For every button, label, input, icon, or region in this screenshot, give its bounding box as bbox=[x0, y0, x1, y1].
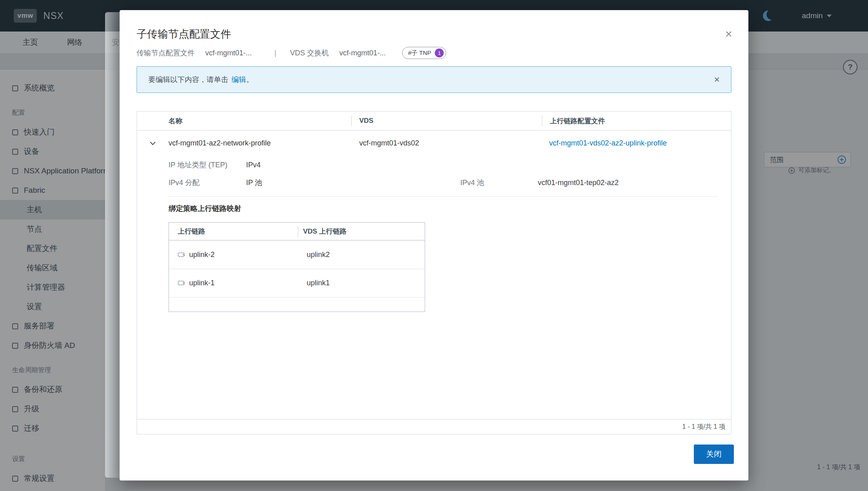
edit-link[interactable]: 编辑 bbox=[232, 75, 246, 84]
chevron-down-icon bbox=[150, 141, 156, 145]
uplink-nic-icon bbox=[178, 280, 185, 286]
ipv4-pool-value: vcf01-mgmt01-tep02-az2 bbox=[538, 179, 717, 187]
column-vds-uplink: VDS 上行链路 bbox=[298, 223, 426, 240]
info-banner: 要编辑以下内容，请单击 编辑 。 × bbox=[137, 66, 731, 93]
column-name: 名称 bbox=[169, 112, 351, 130]
ipv4-allocation-value: IP 池 bbox=[246, 178, 460, 188]
cell-vds: vcf-mgmt01-vds02 bbox=[351, 139, 542, 148]
screen: vmw NSX admin 主页 网络 安全 系统概览 配置 快速入门 bbox=[0, 0, 868, 491]
uplink-table-header: 上行链路 VDS 上行链路 bbox=[169, 223, 425, 240]
ip-type-value: IPv4 bbox=[246, 161, 460, 169]
child-tnp-badge[interactable]: #子 TNP 1 bbox=[402, 47, 447, 59]
vds-uplink-cell: uplink2 bbox=[298, 251, 426, 259]
detail-line-allocation: IPv4 分配 IP 池 IPv4 池 vcf01-mgmt01-tep02-a… bbox=[169, 174, 717, 192]
vds-uplink-cell: uplink1 bbox=[298, 279, 426, 287]
dialog-title: 子传输节点配置文件 bbox=[120, 10, 748, 41]
child-tnp-badge-count: 1 bbox=[435, 48, 444, 57]
dialog-subtitle: 传输节点配置文件 vcf-mgmt01-... | VDS 交换机 vcf-mg… bbox=[137, 47, 731, 59]
info-banner-suffix: 。 bbox=[246, 75, 253, 84]
ipv4-allocation-label: IPv4 分配 bbox=[169, 178, 246, 188]
uplink-row[interactable]: uplink-2 uplink2 bbox=[169, 240, 425, 269]
uplink-row[interactable]: uplink-1 uplink1 bbox=[169, 269, 425, 297]
uplink-cell: uplink-2 bbox=[169, 251, 298, 259]
banner-close-icon[interactable]: × bbox=[714, 75, 720, 84]
uplink-mapping-table: 上行链路 VDS 上行链路 uplink-2 uplink2 bbox=[169, 222, 425, 312]
subtitle-divider: | bbox=[274, 49, 276, 57]
uplink-name: uplink-2 bbox=[189, 251, 215, 259]
cell-uplink-profile-link[interactable]: vcf-mgmt01-vds02-az2-uplink-profile bbox=[542, 139, 731, 148]
ip-type-label: IP 地址类型 (TEP) bbox=[169, 160, 246, 170]
row-expanded-details: IP 地址类型 (TEP) IPv4 IPv4 分配 IP 池 IPv4 池 v… bbox=[137, 156, 731, 312]
table-header-row: 名称 VDS 上行链路配置文件 bbox=[137, 112, 731, 131]
tnp-label: 传输节点配置文件 bbox=[137, 48, 195, 58]
dialog-close-icon[interactable]: × bbox=[725, 28, 732, 40]
sub-tnp-dialog: 子传输节点配置文件 × 传输节点配置文件 vcf-mgmt01-... | VD… bbox=[120, 10, 748, 480]
detail-line-ip-type: IP 地址类型 (TEP) IPv4 bbox=[169, 156, 717, 174]
column-vds: VDS bbox=[351, 112, 542, 130]
table-pagination: 1 - 1 项/共 1 项 bbox=[137, 419, 731, 434]
info-banner-text: 要编辑以下内容，请单击 bbox=[148, 75, 228, 84]
uplink-cell: uplink-1 bbox=[169, 279, 298, 287]
profiles-table: 名称 VDS 上行链路配置文件 vcf-mgmt01-az2-network-p… bbox=[137, 111, 731, 434]
cell-profile-name: vcf-mgmt01-az2-network-profile bbox=[169, 139, 351, 148]
child-tnp-badge-label: #子 TNP bbox=[408, 49, 432, 57]
uplink-nic-icon bbox=[178, 252, 185, 258]
expander-column bbox=[137, 112, 169, 130]
vds-switch-value: vcf-mgmt01-... bbox=[339, 49, 386, 57]
ipv4-pool-label: IPv4 池 bbox=[460, 178, 538, 188]
row-expander[interactable] bbox=[137, 141, 169, 145]
column-uplink: 上行链路 bbox=[169, 223, 298, 240]
uplink-table-empty-row bbox=[169, 297, 425, 312]
uplink-name: uplink-1 bbox=[189, 279, 215, 287]
close-button[interactable]: 关闭 bbox=[694, 445, 734, 464]
detail-divider bbox=[169, 196, 717, 197]
vds-switch-label: VDS 交换机 bbox=[290, 48, 329, 58]
tnp-value: vcf-mgmt01-... bbox=[205, 49, 252, 57]
teaming-mapping-title: 绑定策略上行链路映射 bbox=[169, 202, 717, 215]
column-uplink-profile: 上行链路配置文件 bbox=[542, 112, 731, 130]
rear-dialog-edge bbox=[105, 12, 120, 478]
table-row[interactable]: vcf-mgmt01-az2-network-profile vcf-mgmt0… bbox=[137, 131, 731, 156]
